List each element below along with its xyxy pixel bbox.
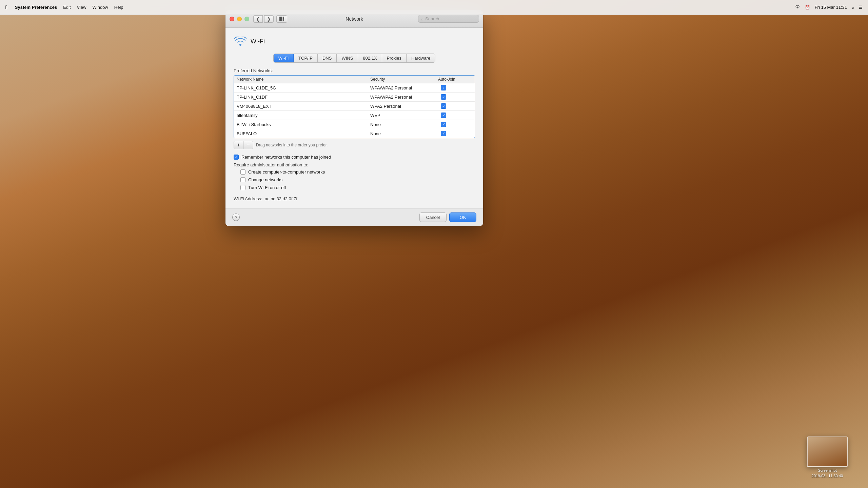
wifi-address-label: Wi-Fi Address: — [234, 196, 262, 201]
network-security-1: WPA/WPA2 Personal — [370, 95, 438, 100]
menubar-right: ⏰ Fri 15 Mar 11:31 ⌕ ☰ — [795, 5, 863, 10]
indented-checkboxes: Create computer-to-computer networks Cha… — [240, 169, 475, 190]
menubar-time: Fri 15 Mar 11:31 — [815, 5, 847, 10]
auto-join-check-1[interactable]: ✓ — [441, 94, 446, 100]
tab-8021x[interactable]: 802.1X — [358, 54, 382, 62]
turn-wifi-checkbox[interactable] — [240, 185, 245, 190]
table-row[interactable]: allenfamily WEP ✓ — [234, 111, 475, 120]
table-header: Network Name Security Auto-Join — [234, 76, 475, 83]
remember-networks-label: Remember networks this computer has join… — [241, 155, 331, 160]
table-controls: + − Drag networks into the order you pre… — [234, 141, 475, 149]
wifi-icon-container — [234, 35, 247, 48]
remember-networks-row: Remember networks this computer has join… — [234, 155, 475, 160]
bottom-bar: ? Cancel OK — [225, 208, 483, 226]
spotlight-icon[interactable]: ⌕ — [852, 5, 854, 10]
window-title: Network — [346, 16, 363, 22]
require-auth-label: Require administrator authorisation to: — [234, 162, 475, 167]
wifi-header: Wi-Fi — [234, 35, 475, 48]
cancel-button[interactable]: Cancel — [419, 212, 447, 222]
menubar:  System Preferences Edit View Window He… — [0, 0, 868, 15]
networks-table: Network Name Security Auto-Join TP-LINK_… — [234, 75, 475, 138]
network-preferences-window: ❮ ❯ Network ⌕ Search — [225, 10, 483, 226]
forward-button[interactable]: ❯ — [264, 15, 274, 23]
wifi-icon — [234, 37, 246, 46]
maximize-button[interactable] — [244, 17, 249, 21]
col-security: Security — [370, 77, 438, 82]
wifi-address-value: ac:bc:32:d2:0f:7f — [265, 196, 297, 201]
auto-join-check-2[interactable]: ✓ — [441, 103, 446, 109]
create-network-checkbox[interactable] — [240, 169, 245, 175]
turn-wifi-row: Turn Wi-Fi on or off — [240, 185, 475, 190]
create-network-row: Create computer-to-computer networks — [240, 169, 475, 175]
grid-icon — [279, 17, 284, 21]
screenshot-thumbnail[interactable]: Screenshot 2019-03...11.30.40 — [807, 436, 848, 478]
auto-join-check-4[interactable]: ✓ — [441, 122, 446, 127]
auto-join-check-0[interactable]: ✓ — [441, 85, 446, 90]
network-security-3: WEP — [370, 113, 438, 118]
time-machine-icon: ⏰ — [805, 5, 810, 10]
network-security-4: None — [370, 122, 438, 127]
screenshot-thumb-date: 2019-03...11.30.40 — [807, 474, 848, 478]
minimize-button[interactable] — [237, 17, 242, 21]
network-name-0: TP-LINK_C1DE_5G — [237, 85, 370, 90]
col-auto-join: Auto-Join — [438, 77, 472, 82]
network-security-2: WPA2 Personal — [370, 104, 438, 109]
notification-center-icon[interactable]: ☰ — [859, 5, 863, 10]
menubar-left:  System Preferences Edit View Window He… — [5, 4, 123, 11]
titlebar-search-box[interactable]: ⌕ Search — [418, 15, 479, 23]
ok-button[interactable]: OK — [449, 212, 476, 222]
menubar-app-name[interactable]: System Preferences — [15, 5, 57, 10]
network-tabs: Wi-Fi TCP/IP DNS WINS 802.1X Proxies Har… — [273, 54, 436, 63]
menubar-help[interactable]: Help — [114, 5, 123, 10]
tab-hardware[interactable]: Hardware — [407, 54, 435, 62]
tab-dns[interactable]: DNS — [318, 54, 337, 62]
apple-menu[interactable]:  — [5, 4, 7, 11]
tab-proxies[interactable]: Proxies — [382, 54, 407, 62]
grid-view-button[interactable] — [276, 15, 287, 23]
wifi-status-icon — [795, 5, 800, 10]
tab-tcpip[interactable]: TCP/IP — [294, 54, 318, 62]
screenshot-thumb-title: Screenshot — [807, 468, 848, 472]
remove-network-button[interactable]: − — [243, 141, 253, 149]
svg-point-0 — [239, 44, 241, 46]
search-placeholder-text: Search — [425, 16, 439, 21]
network-name-4: BTWifi-Starbucks — [237, 122, 370, 127]
drag-hint-text: Drag networks into the order you prefer. — [256, 143, 328, 147]
auto-join-check-5[interactable]: ✓ — [441, 131, 446, 136]
change-networks-checkbox[interactable] — [240, 177, 245, 182]
add-network-button[interactable]: + — [234, 141, 243, 149]
change-networks-label: Change networks — [248, 177, 282, 182]
tab-wins[interactable]: WINS — [337, 54, 358, 62]
remember-networks-checkbox[interactable] — [234, 155, 239, 160]
add-remove-buttons: + − — [234, 141, 253, 149]
help-button[interactable]: ? — [232, 214, 240, 221]
network-name-3: allenfamily — [237, 113, 370, 118]
tabs-container: Wi-Fi TCP/IP DNS WINS 802.1X Proxies Har… — [234, 54, 475, 63]
tab-wifi[interactable]: Wi-Fi — [274, 54, 294, 62]
network-name-1: TP-LINK_C1DF — [237, 95, 370, 100]
table-row[interactable]: TP-LINK_C1DF WPA/WPA2 Personal ✓ — [234, 93, 475, 102]
table-row[interactable]: TP-LINK_C1DE_5G WPA/WPA2 Personal ✓ — [234, 83, 475, 93]
bottom-buttons: Cancel OK — [419, 212, 476, 222]
menubar-view[interactable]: View — [77, 5, 86, 10]
menubar-window[interactable]: Window — [93, 5, 108, 10]
close-button[interactable] — [230, 17, 234, 21]
table-row[interactable]: BUFFALO None ✓ — [234, 129, 475, 138]
create-network-label: Create computer-to-computer networks — [248, 169, 325, 175]
menubar-edit[interactable]: Edit — [63, 5, 71, 10]
table-row[interactable]: BTWifi-Starbucks None ✓ — [234, 120, 475, 129]
preferred-networks-label: Preferred Networks: — [234, 68, 475, 73]
col-network-name: Network Name — [237, 77, 370, 82]
checkbox-section: Remember networks this computer has join… — [234, 155, 475, 190]
turn-wifi-label: Turn Wi-Fi on or off — [248, 185, 286, 190]
network-name-2: VM4068818_EXT — [237, 104, 370, 109]
wifi-section-title: Wi-Fi — [251, 38, 265, 45]
auto-join-check-3[interactable]: ✓ — [441, 113, 446, 118]
back-button[interactable]: ❮ — [253, 15, 263, 23]
change-networks-row: Change networks — [240, 177, 475, 182]
network-security-0: WPA/WPA2 Personal — [370, 85, 438, 90]
search-icon: ⌕ — [421, 17, 423, 21]
network-security-5: None — [370, 131, 438, 136]
wifi-address: Wi-Fi Address: ac:bc:32:d2:0f:7f — [234, 196, 475, 201]
table-row[interactable]: VM4068818_EXT WPA2 Personal ✓ — [234, 102, 475, 111]
